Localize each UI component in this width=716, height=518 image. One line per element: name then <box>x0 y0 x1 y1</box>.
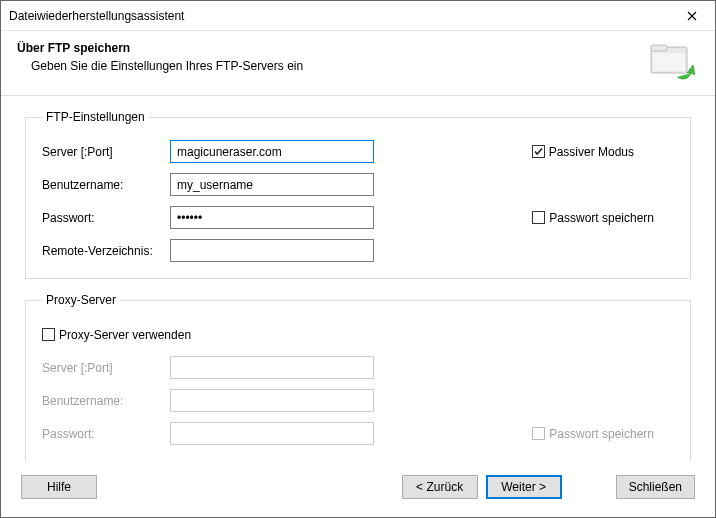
proxy-user-label: Benutzername: <box>42 394 170 408</box>
next-button[interactable]: Weiter > <box>486 475 562 499</box>
checkbox-icon <box>532 211 545 224</box>
passive-mode-label: Passiver Modus <box>549 145 634 159</box>
passive-mode-checkbox[interactable]: Passiver Modus <box>532 145 634 159</box>
proxy-server-label: Server [:Port] <box>42 361 170 375</box>
header-title: Über FTP speichern <box>17 41 699 55</box>
ftp-settings-legend: FTP-Einstellungen <box>42 110 149 124</box>
svg-rect-2 <box>653 53 685 71</box>
wizard-header: Über FTP speichern Geben Sie die Einstel… <box>1 31 715 95</box>
checkbox-icon <box>42 328 55 341</box>
proxy-group: Proxy-Server Proxy-Server verwenden Serv… <box>25 293 691 461</box>
proxy-pass-label: Passwort: <box>42 427 170 441</box>
proxy-save-pass-checkbox: Passwort speichern <box>532 427 654 441</box>
ftp-folder-icon <box>647 37 695 88</box>
close-button[interactable]: Schließen <box>616 475 695 499</box>
proxy-server-input <box>170 356 374 379</box>
wizard-body: FTP-Einstellungen Server [:Port] Passive… <box>1 96 715 461</box>
header-subtitle: Geben Sie die Einstellungen Ihres FTP-Se… <box>17 59 699 73</box>
ftp-server-label: Server [:Port] <box>42 145 170 159</box>
proxy-user-input <box>170 389 374 412</box>
ftp-settings-group: FTP-Einstellungen Server [:Port] Passive… <box>25 110 691 279</box>
use-proxy-checkbox[interactable]: Proxy-Server verwenden <box>42 328 191 342</box>
wizard-window: Dateiwiederherstellungsassistent Über FT… <box>0 0 716 518</box>
ftp-remote-label: Remote-Verzeichnis: <box>42 244 170 258</box>
ftp-user-label: Benutzername: <box>42 178 170 192</box>
proxy-save-pass-label: Passwort speichern <box>549 427 654 441</box>
ftp-remote-input[interactable] <box>170 239 374 262</box>
close-icon[interactable] <box>669 1 715 31</box>
ftp-pass-label: Passwort: <box>42 211 170 225</box>
ftp-pass-input[interactable] <box>170 206 374 229</box>
use-proxy-label: Proxy-Server verwenden <box>59 328 191 342</box>
ftp-user-input[interactable] <box>170 173 374 196</box>
ftp-save-pass-checkbox[interactable]: Passwort speichern <box>532 211 654 225</box>
proxy-legend: Proxy-Server <box>42 293 120 307</box>
wizard-footer: Hilfe < Zurück Weiter > Schließen <box>1 461 715 517</box>
titlebar: Dateiwiederherstellungsassistent <box>1 1 715 31</box>
ftp-save-pass-label: Passwort speichern <box>549 211 654 225</box>
svg-rect-1 <box>651 45 667 51</box>
proxy-pass-input <box>170 422 374 445</box>
window-title: Dateiwiederherstellungsassistent <box>9 9 669 23</box>
checkbox-icon <box>532 427 545 440</box>
checkbox-icon <box>532 145 545 158</box>
back-button[interactable]: < Zurück <box>402 475 478 499</box>
ftp-server-input[interactable] <box>170 140 374 163</box>
help-button[interactable]: Hilfe <box>21 475 97 499</box>
